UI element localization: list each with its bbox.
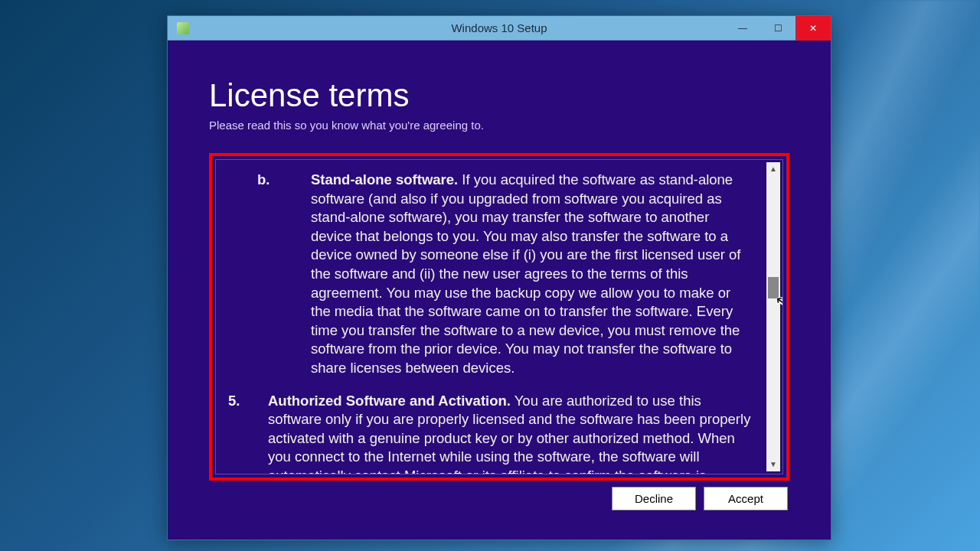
setup-window: Windows 10 Setup — ☐ ✕ License terms Ple… [167, 15, 831, 540]
clause-heading: Authorized Software and Activation. [268, 393, 511, 409]
license-clause-5: 5. Authorized Software and Activation. Y… [224, 392, 770, 474]
footer-buttons: Decline Accept [209, 487, 789, 510]
license-clause-b: b. Stand-alone software. If you acquired… [224, 171, 770, 378]
clause-body: If you acquired the software as stand-al… [311, 171, 740, 376]
window-title: Windows 10 Setup [168, 21, 831, 34]
decline-button[interactable]: Decline [612, 487, 696, 510]
scroll-track[interactable] [766, 176, 780, 458]
titlebar[interactable]: Windows 10 Setup — ☐ ✕ [168, 16, 831, 41]
scroll-up-icon[interactable]: ▲ [766, 162, 780, 176]
clause-heading: Stand-alone software. [311, 171, 458, 187]
content-area: License terms Please read this so you kn… [168, 41, 831, 520]
page-title: License terms [209, 77, 789, 114]
scrollbar[interactable]: ▲ ▼ [766, 162, 780, 471]
accept-button[interactable]: Accept [704, 487, 788, 510]
license-text-box[interactable]: b. Stand-alone software. If you acquired… [215, 159, 783, 474]
scroll-down-icon[interactable]: ▼ [766, 458, 780, 471]
page-subtitle: Please read this so you know what you're… [209, 119, 789, 132]
license-highlight-frame: b. Stand-alone software. If you acquired… [209, 153, 789, 481]
scroll-thumb[interactable] [768, 277, 779, 298]
clause-marker: b. [224, 171, 311, 378]
clause-marker: 5. [224, 392, 268, 474]
